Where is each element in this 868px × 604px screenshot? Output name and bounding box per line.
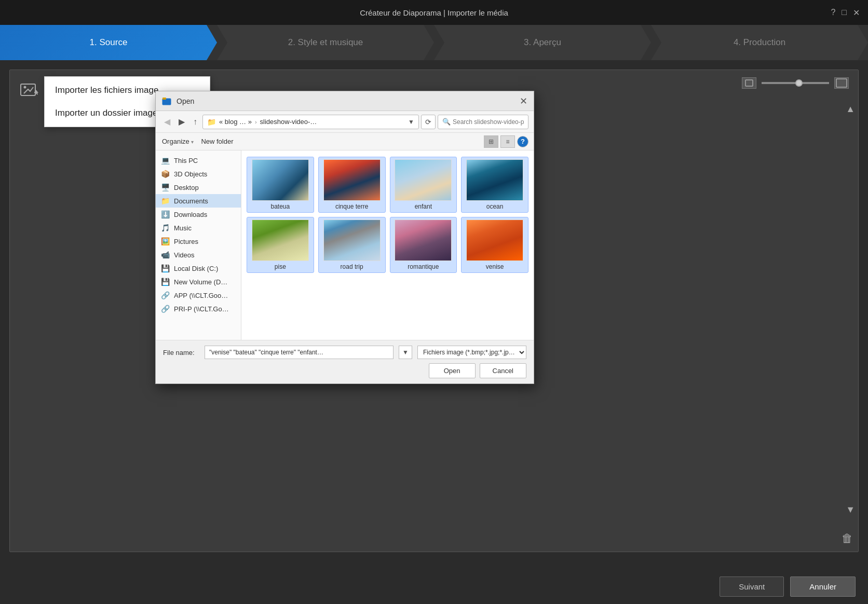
sidebar-item-downloads[interactable]: ⬇️ Downloads <box>156 208 241 221</box>
sidebar-item-label: Pictures <box>174 238 198 245</box>
sidebar-item-label: Local Disk (C:) <box>174 265 218 272</box>
breadcrumb-dropdown-button[interactable]: ▼ <box>408 118 414 126</box>
small-thumb-icon <box>742 77 756 89</box>
dialog-menubar: Organize ▾ New folder ⊞ ≡ ? <box>156 133 534 150</box>
file-item-roadtrip[interactable]: road trip <box>318 217 386 273</box>
slider-handle[interactable] <box>795 79 803 87</box>
up-button[interactable]: ↑ <box>190 115 200 129</box>
step-apercu[interactable]: 3. Aperçu <box>434 25 651 60</box>
breadcrumb-path: slideshow-video-… <box>260 118 317 126</box>
file-name-roadtrip: road trip <box>341 263 363 270</box>
filename-dropdown[interactable]: ▼ <box>399 346 412 359</box>
filename-row: File name: ▼ Fichiers image (*.bmp;*.jpg… <box>163 346 526 359</box>
close-button[interactable]: ✕ <box>853 8 860 18</box>
sidebar-item-music[interactable]: 🎵 Music <box>156 221 241 235</box>
view-large-icons[interactable]: ⊞ <box>484 135 498 148</box>
filename-input[interactable] <box>205 346 394 359</box>
open-dialog: Open ✕ ◀ ▶ ↑ 📁 « blog … » › slideshow-vi… <box>155 91 534 384</box>
organize-menu[interactable]: Organize ▾ <box>161 135 195 147</box>
file-item-romantique[interactable]: romantique <box>390 217 457 273</box>
sidebar-item-videos[interactable]: 📹 Videos <box>156 248 241 262</box>
bottom-bar: Suivant Annuler <box>0 569 868 604</box>
file-item-pise[interactable]: pise <box>247 217 314 273</box>
thispc-icon: 💻 <box>161 156 170 164</box>
pictures-icon: 🖼️ <box>161 237 170 245</box>
dialog-bottom: File name: ▼ Fichiers image (*.bmp;*.jpg… <box>156 340 534 383</box>
file-name-bateua: bateua <box>271 203 290 210</box>
desktop-icon: 🖥️ <box>161 183 170 191</box>
file-thumb-venise <box>466 219 523 261</box>
localc-icon: 💾 <box>161 264 170 272</box>
downloads-icon: ⬇️ <box>161 210 170 218</box>
sidebar-item-label: New Volume (D… <box>174 278 227 286</box>
search-input[interactable] <box>453 118 524 126</box>
music-icon: 🎵 <box>161 224 170 232</box>
annuler-button[interactable]: Annuler <box>790 576 856 597</box>
help-icon-btn[interactable]: ? <box>517 136 528 147</box>
sidebar-item-label: Videos <box>174 251 195 259</box>
file-name-romantique: romantique <box>408 263 439 270</box>
refresh-button[interactable]: ⟳ <box>421 115 436 129</box>
dialog-sidebar: 💻 This PC 📦 3D Objects 🖥️ Desktop 📁 Docu… <box>156 150 241 340</box>
sidebar-item-label: Documents <box>174 197 208 205</box>
breadcrumb-sep: › <box>255 119 257 125</box>
sidebar-item-label: This PC <box>174 157 198 164</box>
scroll-down-button[interactable]: ▼ <box>846 504 855 515</box>
sidebar-item-3dobjects[interactable]: 📦 3D Objects <box>156 167 241 181</box>
sidebar-item-desktop[interactable]: 🖥️ Desktop <box>156 181 241 194</box>
import-icon[interactable] <box>16 76 43 103</box>
sidebar-item-pri-network[interactable]: 🔗 PRI-P (\\CLT.Go… <box>156 302 241 315</box>
dialog-cancel-button[interactable]: Cancel <box>480 363 526 378</box>
organize-arrow: ▾ <box>191 139 194 145</box>
view-details[interactable]: ≡ <box>500 135 515 148</box>
dialog-close-button[interactable]: ✕ <box>520 97 527 106</box>
sidebar-item-label: Downloads <box>174 211 207 218</box>
dialog-open-button[interactable]: Open <box>429 363 476 378</box>
dialog-body: 💻 This PC 📦 3D Objects 🖥️ Desktop 📁 Docu… <box>156 150 534 340</box>
forward-button[interactable]: ▶ <box>175 115 188 129</box>
title-bar: Créateur de Diaporama | Importer le médi… <box>0 0 868 25</box>
file-item-ocean[interactable]: ocean <box>461 157 528 213</box>
sidebar-item-localc[interactable]: 💾 Local Disk (C:) <box>156 262 241 275</box>
maximize-button[interactable]: □ <box>842 8 847 17</box>
app-network-icon: 🔗 <box>161 291 170 299</box>
file-thumb-enfant <box>395 159 452 201</box>
scroll-up-button[interactable]: ▲ <box>846 104 855 115</box>
step-bar: 1. Source 2. Style et musique 3. Aperçu … <box>0 25 868 60</box>
back-button[interactable]: ◀ <box>161 115 173 129</box>
sidebar-item-app-network[interactable]: 🔗 APP (\\CLT.Goo… <box>156 289 241 302</box>
sidebar-item-thispc[interactable]: 💻 This PC <box>156 154 241 167</box>
search-bar: 🔍 <box>438 115 528 129</box>
trash-icon[interactable]: 🗑 <box>842 532 853 545</box>
breadcrumb-root: « blog … » <box>219 118 252 126</box>
svg-rect-3 <box>836 79 847 87</box>
sidebar-item-pictures[interactable]: 🖼️ Pictures <box>156 235 241 248</box>
slider-track[interactable] <box>762 82 829 84</box>
svg-point-1 <box>24 86 26 89</box>
dialog-toolbar: ◀ ▶ ↑ 📁 « blog … » › slideshow-video-… ▼… <box>156 111 534 133</box>
file-name-ocean: ocean <box>486 203 504 210</box>
file-thumb-cinque <box>323 159 381 201</box>
file-item-cinque[interactable]: cinque terre <box>318 157 386 213</box>
file-name-venise: venise <box>486 263 504 270</box>
file-thumb-roadtrip <box>323 219 381 261</box>
step-style[interactable]: 2. Style et musique <box>217 25 434 60</box>
suivant-button[interactable]: Suivant <box>720 576 784 597</box>
file-name-cinque: cinque terre <box>335 203 368 210</box>
step-production[interactable]: 4. Production <box>651 25 868 60</box>
help-button[interactable]: ? <box>831 8 835 17</box>
file-item-bateua[interactable]: bateua <box>247 157 314 213</box>
file-item-venise[interactable]: venise <box>461 217 528 273</box>
svg-rect-5 <box>162 98 166 100</box>
filetype-select[interactable]: Fichiers image (*.bmp;*.jpg;*.jp… <box>417 346 526 359</box>
file-thumb-bateua <box>252 159 309 201</box>
3dobjects-icon: 📦 <box>161 170 170 178</box>
step-source[interactable]: 1. Source <box>0 25 217 60</box>
sidebar-item-newvolume[interactable]: 💾 New Volume (D… <box>156 275 241 289</box>
new-folder-button[interactable]: New folder <box>201 138 233 145</box>
search-icon: 🔍 <box>442 118 451 126</box>
sidebar-item-documents[interactable]: 📁 Documents <box>156 194 241 208</box>
thumb-size-slider[interactable] <box>742 77 849 89</box>
file-item-enfant[interactable]: enfant <box>390 157 457 213</box>
filename-label: File name: <box>163 349 199 356</box>
